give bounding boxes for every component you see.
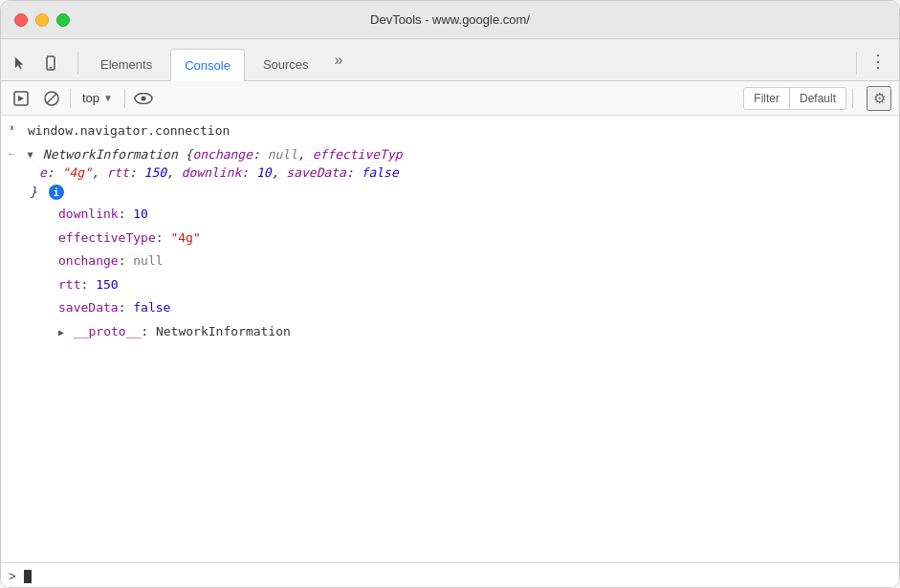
window-controls [14, 13, 70, 27]
tab-more[interactable]: » [327, 46, 351, 75]
console-output[interactable]: › window.navigator.connection ← ▶ Networ… [1, 116, 899, 562]
console-prompt: > [9, 569, 16, 583]
context-label: top [82, 91, 99, 105]
cursor [24, 570, 32, 583]
svg-line-4 [47, 94, 56, 103]
titlebar: DevTools - www.google.com/ [1, 1, 899, 39]
prop-downlink: downlink: 10 [1, 203, 899, 227]
tab-console[interactable]: Console [170, 49, 245, 81]
toolbar-divider-3 [852, 89, 853, 108]
toolbar-icons [9, 52, 62, 80]
filter-button[interactable]: Filter [743, 87, 790, 110]
filter-section: Filter Default [743, 87, 846, 110]
toolbar-divider-2 [124, 89, 125, 108]
prop-proto: ▶ __proto__: NetworkInformation [1, 320, 899, 344]
tab-divider-right [856, 52, 857, 75]
chevron-down-icon: ▼ [103, 93, 113, 103]
console-input-text: window.navigator.connection [28, 121, 891, 141]
expand-icon[interactable]: ▶ [24, 152, 38, 158]
input-arrow: › [9, 121, 24, 134]
window-title: DevTools - www.google.com/ [370, 12, 530, 27]
svg-point-6 [141, 96, 145, 100]
minimize-button[interactable] [35, 13, 49, 27]
tab-sources[interactable]: Sources [249, 48, 323, 80]
prop-rtt: rtt: 150 [1, 273, 899, 297]
info-badge[interactable]: i [49, 185, 64, 200]
execute-script-button[interactable] [9, 86, 33, 111]
eye-button[interactable] [131, 86, 156, 111]
tab-divider-left [77, 52, 78, 75]
context-selector[interactable]: top ▼ [77, 89, 119, 107]
prop-saveData-text: saveData: false [58, 298, 891, 317]
prop-rtt-text: rtt: 150 [58, 275, 891, 294]
devtools-panel: Elements Console Sources » ⋮ [1, 39, 899, 588]
prop-onchange-text: onchange: null [58, 251, 891, 271]
output-arrow: ← [9, 145, 24, 160]
prop-proto-text: ▶ __proto__: NetworkInformation [58, 322, 891, 341]
tab-bar: Elements Console Sources » ⋮ [1, 39, 899, 81]
mobile-icon[interactable] [39, 52, 62, 75]
proto-expand-icon[interactable]: ▶ [58, 325, 64, 339]
console-entry-input: › window.navigator.connection [1, 120, 899, 143]
prop-effectiveType: effectiveType: "4g" [1, 227, 899, 250]
tab-kebab-menu[interactable]: ⋮ [865, 48, 891, 75]
svg-rect-1 [50, 67, 53, 69]
settings-button[interactable]: ⚙ [867, 86, 891, 111]
console-toolbar: top ▼ Filter Default ⚙ [1, 81, 899, 116]
output-object-header: ▶ NetworkInformation {onchange: null, ef… [28, 145, 891, 202]
clear-console-button[interactable] [39, 86, 64, 111]
toolbar-divider-1 [70, 89, 71, 108]
cursor-icon[interactable] [9, 52, 32, 75]
console-entry-output-header: ← ▶ NetworkInformation {onchange: null, … [1, 143, 899, 204]
maximize-button[interactable] [56, 13, 70, 27]
prop-downlink-text: downlink: 10 [58, 205, 891, 224]
prop-effectiveType-text: effectiveType: "4g" [58, 229, 891, 248]
console-input-area[interactable]: > [1, 562, 899, 588]
prop-onchange: onchange: null [1, 250, 899, 273]
tab-elements[interactable]: Elements [86, 48, 166, 80]
close-button[interactable] [14, 13, 28, 27]
default-button[interactable]: Default [790, 87, 846, 110]
prop-saveData: saveData: false [1, 296, 899, 320]
